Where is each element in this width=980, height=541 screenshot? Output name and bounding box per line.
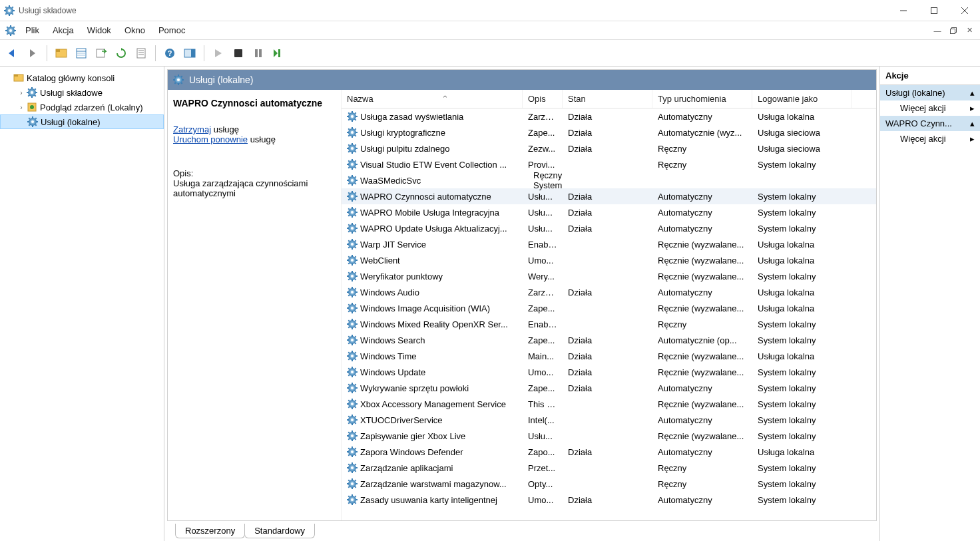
expand-icon[interactable]: › bbox=[16, 104, 27, 111]
properties-button[interactable] bbox=[73, 45, 90, 62]
service-typ: Automatycznie (op... bbox=[652, 335, 752, 345]
show-actions-button[interactable] bbox=[181, 45, 198, 62]
service-stan: Działa bbox=[563, 383, 652, 393]
help-button[interactable]: ? bbox=[161, 45, 178, 62]
service-opis: Zape... bbox=[523, 303, 563, 313]
service-typ: Ręczny bbox=[652, 463, 752, 473]
service-typ: Automatyczny bbox=[652, 287, 752, 297]
service-row[interactable]: Windows SearchZape...DziałaAutomatycznie… bbox=[342, 332, 876, 348]
tree-item[interactable]: ›Podgląd zdarzeń (Lokalny) bbox=[0, 100, 164, 114]
mdi-minimize-button[interactable]: — bbox=[930, 24, 945, 37]
service-row[interactable]: Zarządzanie aplikacjamiPrzet...RęcznySys… bbox=[342, 460, 876, 476]
service-row[interactable]: Usługa zasad wyświetlaniaZarzą...DziałaA… bbox=[342, 108, 876, 124]
export-list-button[interactable] bbox=[93, 45, 110, 62]
col-typ[interactable]: Typ uruchomienia bbox=[652, 90, 752, 108]
gear-icon bbox=[347, 478, 358, 489]
nav-forward-button[interactable] bbox=[24, 45, 41, 62]
tab-standard[interactable]: Standardowy bbox=[244, 524, 315, 538]
menu-plik[interactable]: Plik bbox=[19, 23, 46, 38]
service-row[interactable]: Zapisywanie gier Xbox LiveUsłu...Ręcznie… bbox=[342, 428, 876, 444]
service-log: System lokalny bbox=[752, 208, 852, 218]
bottom-tabs: Rozszerzony Standardowy bbox=[167, 521, 877, 538]
chevron-right-icon: ▸ bbox=[970, 103, 975, 113]
collapse-icon: ▴ bbox=[970, 118, 975, 128]
service-row[interactable]: XTUOCDriverServiceIntel(...AutomatycznyS… bbox=[342, 412, 876, 428]
menu-okno[interactable]: Okno bbox=[118, 23, 152, 38]
service-opis: Usłu... bbox=[523, 224, 563, 234]
service-row[interactable]: Warp JIT ServiceEnabl...Ręcznie (wyzwala… bbox=[342, 236, 876, 252]
stop-service-link[interactable]: Zatrzymaj bbox=[173, 124, 211, 134]
restart-service-button[interactable] bbox=[270, 45, 287, 62]
menu-pomoc[interactable]: Pomoc bbox=[152, 23, 192, 38]
pause-service-button[interactable] bbox=[250, 45, 267, 62]
menu-widok[interactable]: Widok bbox=[81, 23, 118, 38]
service-name: Zasady usuwania karty inteligentnej bbox=[360, 495, 497, 505]
service-opis: Wery... bbox=[523, 271, 563, 281]
col-log[interactable]: Logowanie jako bbox=[752, 90, 852, 108]
actions-more-1[interactable]: Więcej akcji▸ bbox=[880, 100, 980, 116]
service-row[interactable]: Usługi pulpitu zdalnegoZezw...DziałaRęcz… bbox=[342, 140, 876, 156]
maximize-button[interactable] bbox=[919, 0, 949, 21]
service-log: System lokalny bbox=[752, 224, 852, 234]
tab-extended[interactable]: Rozszerzony bbox=[175, 524, 245, 538]
service-log: Usługa lokalna bbox=[752, 256, 852, 266]
svg-rect-11 bbox=[931, 7, 937, 13]
minimize-button[interactable] bbox=[888, 0, 919, 21]
service-row[interactable]: Weryfikator punktowyWery...Ręcznie (wyzw… bbox=[342, 268, 876, 284]
mdi-restore-button[interactable] bbox=[946, 24, 961, 37]
service-opis: This s... bbox=[523, 399, 563, 409]
nav-back-button[interactable] bbox=[4, 45, 21, 62]
center-header: Usługi (lokalne) bbox=[168, 70, 876, 90]
expand-icon[interactable]: › bbox=[16, 89, 27, 96]
tree-root[interactable]: Katalog główny konsoli bbox=[0, 71, 164, 85]
description-text: Usługa zarządzająca czynnościami automat… bbox=[173, 178, 336, 198]
service-row[interactable]: WAPRO Update Usługa Aktualizacyj...Usłu.… bbox=[342, 220, 876, 236]
service-row[interactable]: Xbox Accessory Management ServiceThis s.… bbox=[342, 396, 876, 412]
service-row[interactable]: Usługi kryptograficzneZape...DziałaAutom… bbox=[342, 124, 876, 140]
service-opis: Umo... bbox=[523, 256, 563, 266]
start-service-button[interactable] bbox=[210, 45, 227, 62]
service-row[interactable]: Windows Mixed Reality OpenXR Ser...Enabl… bbox=[342, 316, 876, 332]
stop-service-button[interactable] bbox=[230, 45, 247, 62]
service-row[interactable]: WAPRO Mobile Usługa IntegracyjnaUsłu...D… bbox=[342, 204, 876, 220]
service-opis: Przet... bbox=[523, 463, 563, 473]
tree-item[interactable]: Usługi (lokalne) bbox=[0, 114, 164, 129]
service-log: System lokalny bbox=[752, 415, 852, 425]
close-button[interactable] bbox=[949, 0, 980, 21]
service-row[interactable]: Windows UpdateUmo...DziałaRęcznie (wyzwa… bbox=[342, 364, 876, 380]
service-row[interactable]: WAPRO Czynnosci automatyczneUsłu...Dział… bbox=[342, 188, 876, 204]
service-row[interactable]: WebClientUmo...Ręcznie (wyzwalane...Usłu… bbox=[342, 252, 876, 268]
restart-service-link[interactable]: Uruchom ponownie bbox=[173, 134, 248, 144]
menu-akcja[interactable]: Akcja bbox=[46, 23, 81, 38]
service-typ: Automatyczny bbox=[652, 415, 752, 425]
service-row[interactable]: Zasady usuwania karty inteligentnejUmo..… bbox=[342, 492, 876, 508]
show-hide-tree-button[interactable] bbox=[53, 45, 70, 62]
properties-sheet-button[interactable] bbox=[132, 45, 150, 62]
service-row[interactable]: Wykrywanie sprzętu powłokiZape...DziałaA… bbox=[342, 380, 876, 396]
actions-section-services[interactable]: Usługi (lokalne)▴ bbox=[880, 85, 980, 100]
service-row[interactable]: Windows TimeMain...DziałaRęcznie (wyzwal… bbox=[342, 348, 876, 364]
service-name: Windows Image Acquisition (WIA) bbox=[360, 303, 490, 313]
service-row[interactable]: Windows Image Acquisition (WIA)Zape...Rę… bbox=[342, 300, 876, 316]
refresh-button[interactable] bbox=[113, 45, 130, 62]
service-typ: Ręczny bbox=[652, 160, 752, 170]
service-stan: Działa bbox=[563, 208, 652, 218]
service-row[interactable]: Windows AudioZarzą...DziałaAutomatycznyU… bbox=[342, 284, 876, 300]
service-log: Usługa lokalna bbox=[752, 303, 852, 313]
col-stan[interactable]: Stan bbox=[563, 90, 652, 108]
tree-panel: Katalog główny konsoli ›Usługi składowe›… bbox=[0, 67, 164, 541]
col-opis[interactable]: Opis bbox=[523, 90, 563, 108]
service-log: System lokalny bbox=[752, 479, 852, 489]
mdi-close-button[interactable]: ✕ bbox=[962, 24, 977, 37]
tree-item[interactable]: ›Usługi składowe bbox=[0, 85, 164, 100]
service-row[interactable]: WaaSMedicSvcRęcznySystem lokalny bbox=[342, 172, 876, 188]
actions-more-2[interactable]: Więcej akcji▸ bbox=[880, 131, 980, 146]
actions-section-selected[interactable]: WAPRO Czynn...▴ bbox=[880, 116, 980, 131]
service-typ: Ręcznie (wyzwalane... bbox=[652, 256, 752, 266]
service-typ: Ręcznie (wyzwalane... bbox=[652, 367, 752, 377]
service-row[interactable]: Zapora Windows DefenderZapo...DziałaAuto… bbox=[342, 444, 876, 460]
service-row[interactable]: Visual Studio ETW Event Collection ...Pr… bbox=[342, 156, 876, 172]
service-row[interactable]: Zarządzanie warstwami magazynow...Opty..… bbox=[342, 476, 876, 492]
service-typ: Ręcznie (wyzwalane... bbox=[652, 240, 752, 250]
col-name[interactable]: Nazwa⌃ bbox=[342, 90, 523, 108]
